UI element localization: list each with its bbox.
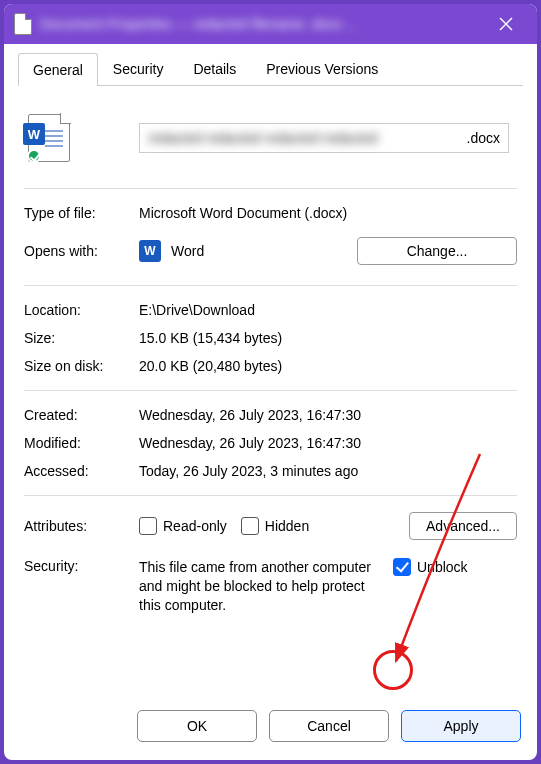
content-area: General Security Details Previous Versio… — [4, 44, 537, 696]
tab-previous-versions[interactable]: Previous Versions — [251, 52, 393, 85]
checkbox-checked-icon — [393, 558, 411, 576]
created-value: Wednesday, 26 July 2023, 16:47:30 — [139, 407, 517, 423]
created-label: Created: — [24, 407, 139, 423]
read-only-label: Read-only — [163, 518, 227, 534]
location-label: Location: — [24, 302, 139, 318]
unblock-checkbox[interactable]: Unblock — [393, 558, 468, 576]
tab-details[interactable]: Details — [178, 52, 251, 85]
tab-general[interactable]: General — [18, 53, 98, 86]
checkbox-icon — [139, 517, 157, 535]
size-value: 15.0 KB (15,434 bytes) — [139, 330, 517, 346]
size-label: Size: — [24, 330, 139, 346]
attributes-label: Attributes: — [24, 518, 139, 534]
filename-input[interactable]: redacted redacted redacted redacted .doc… — [139, 123, 509, 153]
titlebar[interactable]: Document Properties — redacted filename … — [4, 4, 537, 44]
unblock-label: Unblock — [417, 559, 468, 575]
checkbox-icon — [241, 517, 259, 535]
document-icon — [14, 13, 32, 35]
file-type-icon: W — [28, 114, 70, 162]
accessed-label: Accessed: — [24, 463, 139, 479]
close-button[interactable] — [485, 5, 527, 43]
security-text: This file came from another computer and… — [139, 558, 379, 615]
change-button[interactable]: Change... — [357, 237, 517, 265]
tab-bar: General Security Details Previous Versio… — [18, 52, 523, 86]
opens-with-app: Word — [171, 243, 204, 259]
size-on-disk-value: 20.0 KB (20,480 bytes) — [139, 358, 517, 374]
general-pane: W redacted redacted redacted redacted .d… — [18, 86, 523, 696]
type-of-file-label: Type of file: — [24, 205, 139, 221]
window-title: Document Properties — redacted filename … — [40, 16, 357, 32]
size-on-disk-label: Size on disk: — [24, 358, 139, 374]
word-app-icon: W — [139, 240, 161, 262]
security-label: Security: — [24, 558, 139, 574]
ok-button[interactable]: OK — [137, 710, 257, 742]
hidden-label: Hidden — [265, 518, 309, 534]
tab-security[interactable]: Security — [98, 52, 179, 85]
read-only-checkbox[interactable]: Read-only — [139, 517, 227, 535]
advanced-button[interactable]: Advanced... — [409, 512, 517, 540]
properties-dialog: Document Properties — redacted filename … — [4, 4, 537, 760]
hidden-checkbox[interactable]: Hidden — [241, 517, 309, 535]
apply-button[interactable]: Apply — [401, 710, 521, 742]
accessed-value: Today, 26 July 2023, 3 minutes ago — [139, 463, 517, 479]
cancel-button[interactable]: Cancel — [269, 710, 389, 742]
modified-value: Wednesday, 26 July 2023, 16:47:30 — [139, 435, 517, 451]
dialog-footer: OK Cancel Apply — [4, 696, 537, 760]
type-of-file-value: Microsoft Word Document (.docx) — [139, 205, 517, 221]
filename-redacted: redacted redacted redacted redacted — [148, 130, 461, 146]
filename-extension: .docx — [461, 130, 500, 146]
annotation-highlight-ring — [373, 650, 413, 690]
opens-with-label: Opens with: — [24, 243, 139, 259]
modified-label: Modified: — [24, 435, 139, 451]
close-icon — [499, 17, 513, 31]
location-value: E:\Drive\Download — [139, 302, 517, 318]
